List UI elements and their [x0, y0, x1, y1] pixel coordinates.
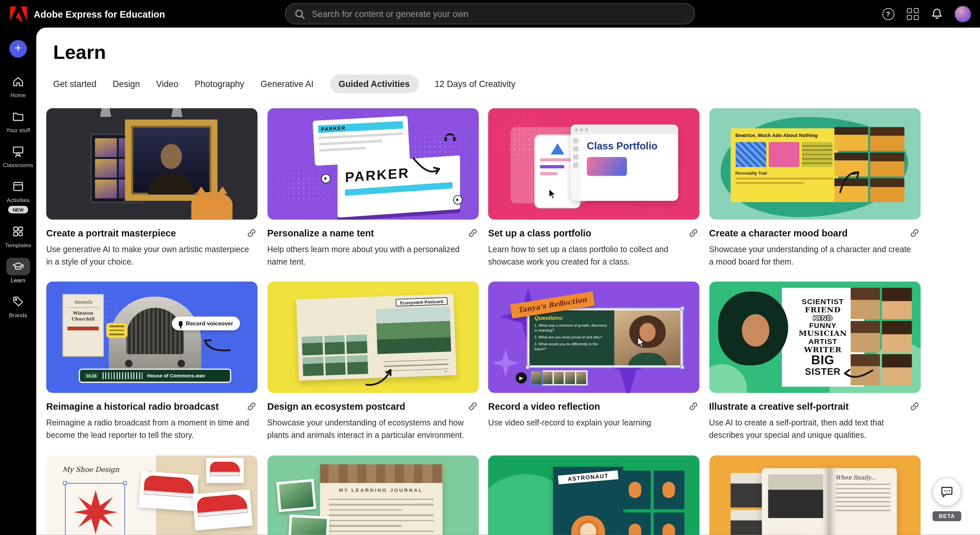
journal-page: MY LEARNING JOURNAL [320, 464, 442, 535]
card-title: Personalize a name tent [267, 228, 374, 238]
link-icon[interactable] [910, 402, 919, 411]
mic-icon [179, 321, 183, 326]
photo-thumb [276, 479, 316, 512]
script-caption: My Shoe Design [62, 465, 119, 474]
templates-icon [12, 225, 24, 238]
chat-bubble-icon [940, 484, 955, 499]
cursor-icon [637, 337, 645, 348]
broadcast-card: Amanda Winston Churchill [62, 294, 103, 357]
brands-icon [12, 295, 24, 308]
notifications-button[interactable] [930, 7, 944, 21]
tab-photography[interactable]: Photography [195, 79, 244, 89]
card-shoe-design[interactable]: My Shoe Design [46, 455, 258, 535]
tab-design[interactable]: Design [113, 79, 140, 89]
link-icon[interactable] [468, 402, 477, 411]
card-description: Showcase your understanding of a charact… [709, 243, 921, 268]
card-photo-story-book[interactable]: When finally... [709, 455, 921, 535]
selection-box [65, 483, 125, 535]
card-description: Showcase your understanding of ecosystem… [267, 417, 479, 442]
cursor-icon [548, 188, 556, 200]
photo-grid [302, 335, 368, 376]
card-title: Create a portrait masterpiece [46, 228, 176, 238]
card-character-mood-board[interactable]: Beatrice, Much Ado About Nothing Persona… [709, 108, 921, 268]
activity-card-grid: Create a portrait masterpiece Use genera… [46, 108, 970, 535]
sidebar-item-activities[interactable]: Activities NEW [0, 177, 36, 213]
card-creative-self-portrait[interactable]: SCIENTIST FRIEND KIND FUNNY MUSICIAN ART… [709, 282, 921, 442]
beta-badge: BETA [932, 511, 961, 521]
card-portrait-masterpiece[interactable]: Create a portrait masterpiece Use genera… [46, 108, 258, 268]
link-icon[interactable] [689, 228, 698, 238]
chat-button[interactable] [932, 478, 961, 506]
card-description: Learn how to set up a class portfolio to… [488, 243, 699, 268]
card-thumbnail[interactable]: When finally... [709, 455, 921, 535]
card-ecosystem-postcard[interactable]: Ecosystem Postcard ~ Design an ecosystem… [267, 282, 479, 442]
card-video-reflection[interactable]: Tanya's Reflection Questions: 1. What wa… [488, 282, 699, 442]
card-thumbnail[interactable]: Amanda Winston Churchill Record voiceove… [46, 282, 258, 393]
card-class-portfolio[interactable]: Class Portfolio Set up a class portfolio… [488, 108, 699, 268]
card-title: Record a video reflection [488, 401, 600, 412]
tab-12-days[interactable]: 12 Days of Creativity [435, 79, 515, 89]
questions-panel: Questions: 1. What was a moment of growt… [530, 311, 614, 366]
category-tabs: Get started Design Video Photography Gen… [53, 75, 980, 93]
search-input[interactable] [311, 8, 686, 19]
sidebar-item-learn[interactable]: Learn [0, 258, 36, 283]
activities-icon [12, 180, 24, 193]
sidebar-item-brands[interactable]: Brands [0, 293, 36, 318]
card-description: Use AI to create a self-portrait, then a… [709, 417, 921, 442]
card-thumbnail[interactable]: My Shoe Design [46, 455, 258, 535]
card-thumbnail[interactable]: PARKER PARKER [267, 108, 479, 220]
link-icon[interactable] [689, 402, 698, 411]
sneaker-photo [206, 458, 244, 483]
card-astronaut-poster[interactable]: ASTRONAUT [488, 455, 699, 535]
link-icon[interactable] [468, 228, 477, 238]
card-description: Reimagine a radio broadcast from a momen… [46, 417, 258, 442]
sidebar-item-your-stuff[interactable]: Your stuff [0, 108, 36, 133]
link-icon[interactable] [247, 402, 256, 411]
landscape-photo [375, 307, 451, 355]
card-thumbnail[interactable]: Class Portfolio [488, 108, 699, 220]
tab-guided-activities[interactable]: Guided Activities [330, 75, 418, 93]
play-icon: ▶ [515, 372, 527, 383]
card-thumbnail[interactable]: ASTRONAUT [488, 455, 699, 535]
topbar-actions: ? [881, 5, 972, 22]
tab-video[interactable]: Video [156, 79, 178, 89]
apps-grid-icon [907, 8, 918, 20]
card-thumbnail[interactable] [46, 108, 258, 220]
sneaker-photo [139, 471, 199, 511]
card-thumbnail[interactable]: Ecosystem Postcard ~ [267, 282, 479, 393]
link-icon[interactable] [910, 228, 919, 238]
sidebar-nav: Home Your stuff Classrooms Activities NE… [0, 73, 36, 318]
poster-grid [619, 470, 684, 535]
home-icon [12, 75, 24, 88]
card-description: Use video self-record to explain your le… [488, 417, 699, 430]
tab-generative-ai[interactable]: Generative AI [261, 79, 313, 89]
new-badge: NEW [8, 206, 28, 213]
create-new-button[interactable]: + [10, 40, 27, 57]
folder-icon [12, 110, 24, 123]
user-avatar[interactable] [955, 5, 972, 22]
card-learning-journal[interactable]: MY LEARNING JOURNAL [267, 455, 479, 535]
link-icon[interactable] [247, 228, 256, 238]
card-thumbnail[interactable]: Beatrice, Much Ado About Nothing Persona… [709, 108, 921, 220]
help-button[interactable]: ? [881, 7, 895, 21]
card-thumbnail[interactable]: MY LEARNING JOURNAL [267, 455, 479, 535]
tab-get-started[interactable]: Get started [53, 79, 97, 89]
sidebar-item-home[interactable]: Home [0, 73, 36, 98]
card-radio-broadcast[interactable]: Amanda Winston Churchill Record voiceove… [46, 282, 258, 442]
card-title: Illustrate a creative self-portrait [709, 401, 849, 412]
card-description: Use generative AI to make your own artis… [46, 243, 258, 268]
sidebar-item-templates[interactable]: Templates [0, 223, 36, 248]
search-bar[interactable] [285, 3, 695, 24]
sidebar-item-classrooms[interactable]: Classrooms [0, 142, 36, 168]
card-title: Reimagine a historical radio broadcast [46, 401, 219, 412]
apps-button[interactable] [905, 7, 919, 21]
name-card-flat: PARKER [312, 116, 410, 166]
bell-icon [931, 8, 943, 20]
card-thumbnail[interactable]: SCIENTIST FRIEND KIND FUNNY MUSICIAN ART… [709, 282, 921, 393]
card-title: Create a character mood board [709, 228, 848, 238]
card-thumbnail[interactable]: Tanya's Reflection Questions: 1. What wa… [488, 282, 699, 393]
soccer-ball-icon [321, 174, 330, 184]
card-name-tent[interactable]: PARKER PARKER Personalize a name tent [267, 108, 479, 268]
page-title: Learn [53, 41, 980, 64]
webcam-still [614, 311, 681, 366]
